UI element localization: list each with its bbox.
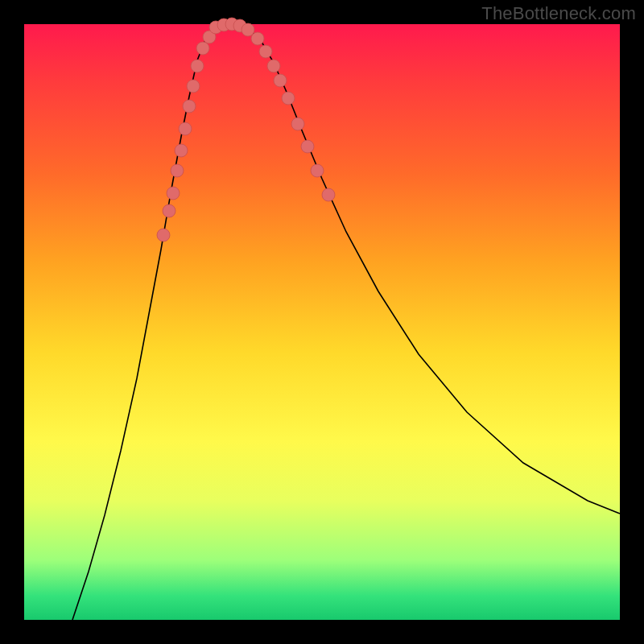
data-dot (259, 45, 272, 58)
data-dot (187, 80, 200, 93)
plot-area (24, 24, 620, 620)
data-dot (322, 188, 335, 201)
bottleneck-curve (72, 24, 620, 620)
chart-frame: TheBottleneck.com (0, 0, 644, 644)
data-dot (301, 140, 314, 153)
data-dot (274, 74, 287, 87)
data-dot (282, 92, 295, 105)
dots-bottom (209, 18, 254, 36)
data-dot (163, 204, 175, 217)
data-dot (167, 187, 180, 200)
data-dot (196, 42, 209, 55)
data-dot (191, 60, 204, 72)
data-dot (183, 100, 196, 113)
data-dot (291, 118, 304, 130)
data-dot (311, 164, 324, 177)
data-dot (175, 144, 188, 157)
data-dot (171, 164, 184, 177)
dots-left (157, 31, 216, 242)
data-dot (179, 122, 192, 135)
data-dot (157, 229, 170, 242)
watermark-text: TheBottleneck.com (481, 3, 636, 24)
data-dot (251, 32, 264, 45)
chart-svg (24, 24, 620, 620)
dots-right (251, 32, 335, 201)
data-dot (267, 60, 280, 72)
